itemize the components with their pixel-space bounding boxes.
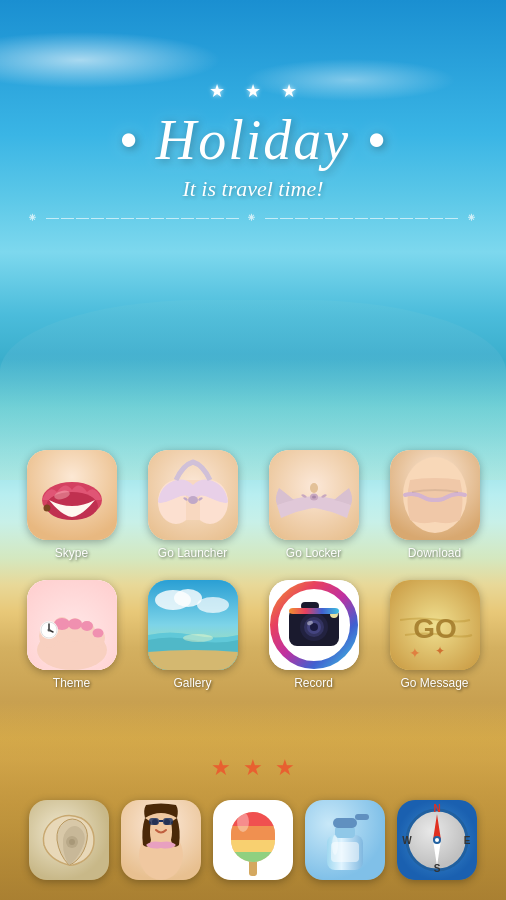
dock-compass[interactable]: N S W E: [397, 800, 477, 880]
svg-text:W: W: [402, 835, 412, 846]
stars-row: ★ ★ ★: [0, 80, 506, 102]
app-record[interactable]: Record: [258, 580, 369, 690]
svg-text:✦: ✦: [409, 645, 421, 661]
svg-point-57: [69, 839, 75, 845]
app-gomessage[interactable]: GO ✦ ✦ Go Message: [379, 580, 490, 690]
star-3: ★: [281, 80, 297, 102]
theme-icon[interactable]: [27, 580, 117, 670]
skype-label: Skype: [55, 546, 88, 560]
gallery-label: Gallery: [173, 676, 211, 690]
golocker-label: Go Locker: [286, 546, 341, 560]
svg-rect-71: [231, 826, 275, 840]
bottom-dock: N S W E: [0, 800, 506, 880]
app-golauncher[interactable]: Go Launcher: [137, 450, 248, 560]
skype-icon[interactable]: [27, 450, 117, 540]
dots-row: ★ ★ ★: [0, 755, 506, 781]
golauncher-icon[interactable]: [148, 450, 238, 540]
svg-point-92: [435, 838, 439, 842]
record-icon[interactable]: [269, 580, 359, 670]
svg-rect-50: [289, 608, 339, 614]
svg-rect-79: [355, 814, 369, 820]
svg-point-27: [81, 621, 93, 631]
svg-point-33: [47, 629, 50, 632]
dock-popsicle[interactable]: [213, 800, 293, 880]
svg-point-11: [310, 483, 318, 493]
svg-text:S: S: [434, 863, 441, 874]
header: ★ ★ ★ • Holiday • It is travel time! ⁕ —…: [0, 80, 506, 225]
dot-3: ★: [275, 755, 295, 781]
svg-text:GO: GO: [413, 613, 457, 644]
app-download[interactable]: Download: [379, 450, 490, 560]
theme-label: Theme: [53, 676, 90, 690]
apps-row-2: Theme: [0, 580, 506, 690]
golocker-icon[interactable]: [269, 450, 359, 540]
svg-point-9: [188, 496, 198, 504]
dock-shell[interactable]: [29, 800, 109, 880]
gomessage-icon[interactable]: GO ✦ ✦: [390, 580, 480, 670]
star-1: ★: [209, 80, 225, 102]
dot-2: ★: [243, 755, 263, 781]
svg-text:✦: ✦: [435, 644, 445, 658]
svg-rect-64: [163, 818, 173, 825]
download-label: Download: [408, 546, 461, 560]
svg-point-13: [312, 496, 316, 499]
holiday-title: • Holiday •: [0, 110, 506, 172]
dock-perfume[interactable]: [305, 800, 385, 880]
app-golocker[interactable]: Go Locker: [258, 450, 369, 560]
dot-1: ★: [211, 755, 231, 781]
svg-point-81: [332, 835, 338, 855]
app-gallery[interactable]: Gallery: [137, 580, 248, 690]
svg-point-28: [92, 629, 103, 638]
app-skype[interactable]: Skype: [16, 450, 127, 560]
dock-girl[interactable]: [121, 800, 201, 880]
svg-point-38: [197, 597, 229, 613]
svg-point-3: [43, 505, 50, 512]
svg-point-39: [183, 634, 213, 642]
svg-text:N: N: [433, 803, 440, 814]
download-icon[interactable]: [390, 450, 480, 540]
svg-rect-72: [231, 840, 275, 852]
holiday-subtitle: It is travel time!: [0, 176, 506, 202]
gallery-icon[interactable]: [148, 580, 238, 670]
svg-text:E: E: [464, 835, 471, 846]
record-label: Record: [294, 676, 333, 690]
header-divider: ⁕ ————————————— ⁕ ————————————— ⁕: [0, 210, 506, 225]
svg-point-26: [68, 619, 82, 630]
svg-rect-63: [149, 818, 159, 825]
app-theme[interactable]: Theme: [16, 580, 127, 690]
gomessage-label: Go Message: [400, 676, 468, 690]
svg-rect-78: [333, 818, 357, 828]
apps-row-1: Skype: [0, 450, 506, 560]
star-2: ★: [245, 80, 261, 102]
golauncher-label: Go Launcher: [158, 546, 227, 560]
